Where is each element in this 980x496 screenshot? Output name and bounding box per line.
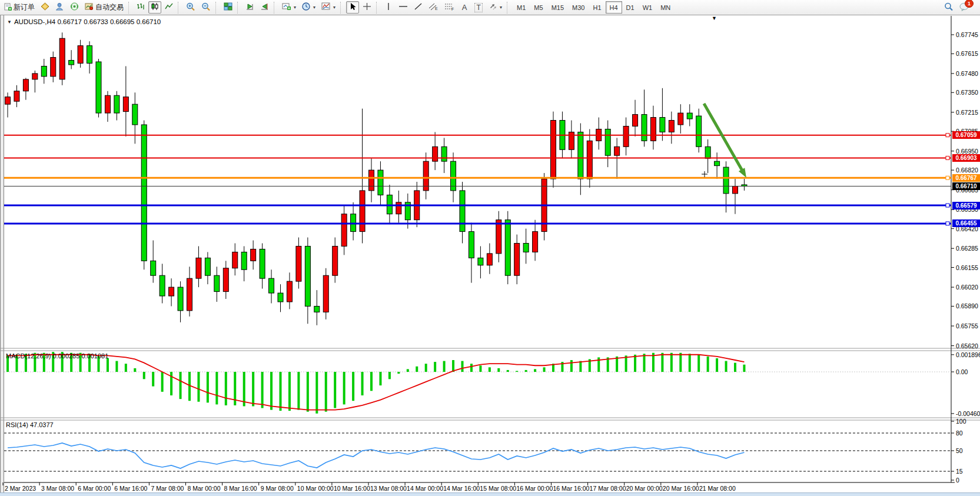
timeframe-button-m30[interactable]: M30 — [568, 1, 589, 14]
current-price-tag: 0.66710 — [952, 182, 980, 190]
toolbar-separator — [376, 2, 380, 14]
signal-icon — [70, 2, 79, 12]
horizontal-line-icon — [398, 2, 408, 12]
price-tick-label: 0.66155 — [956, 264, 978, 271]
timeframe-button-m5[interactable]: M5 — [530, 1, 547, 14]
vertical-line-icon — [386, 2, 391, 12]
community-button[interactable] — [53, 1, 67, 14]
hline-price-tag: 0.66903 — [952, 154, 980, 162]
hline-price-tag: 0.66579 — [952, 202, 980, 209]
price-tick-label: 0.65755 — [956, 322, 978, 329]
timeframe-button-m15[interactable]: M15 — [547, 1, 568, 14]
crosshair-button[interactable] — [360, 1, 374, 14]
timeframe-button-m1[interactable]: M1 — [513, 1, 530, 14]
indicators-icon — [321, 2, 331, 12]
time-axis-label: 9 Mar 08:00 — [261, 485, 294, 492]
auto-scroll-button[interactable] — [243, 1, 257, 14]
line-chart-icon — [165, 2, 173, 12]
time-axis-label: 7 Mar 08:00 — [151, 485, 184, 492]
zoom-out-button[interactable] — [199, 1, 213, 14]
search-button[interactable] — [942, 1, 956, 14]
crosshair-icon — [363, 2, 371, 12]
price-tick-label: 0.67350 — [956, 89, 978, 96]
timeframe-toolbar: M1M5M15M30H1H4D1W1MN — [513, 1, 675, 14]
time-axis-label: 16 Mar 16:00 — [553, 485, 590, 492]
rsi-indicator-label: RSI(14) 47.0377 — [6, 421, 54, 428]
toolbar-separator — [178, 2, 181, 14]
price-tick-label: 0.67215 — [956, 109, 978, 116]
bars-chart-button[interactable] — [134, 1, 147, 14]
auto-scroll-icon — [245, 2, 254, 12]
time-axis-label: 20 Mar 16:00 — [663, 485, 699, 492]
trendline-button[interactable] — [411, 1, 425, 14]
macd-axis-label: -0.004606 — [956, 410, 980, 417]
autotrade-button[interactable]: 自动交易 — [82, 1, 126, 14]
signals-button[interactable] — [68, 1, 81, 14]
time-axis-label: 2 Mar 2023 — [5, 485, 36, 492]
price-tick-label: 0.66020 — [956, 284, 978, 291]
time-axis-label: 17 Mar 08:00 — [590, 485, 626, 492]
text-tool-icon: A — [462, 3, 467, 12]
market-watch-button[interactable] — [38, 1, 52, 14]
rsi-axis-label: 50 — [956, 447, 963, 454]
chevron-down-icon: ▾ — [294, 5, 296, 10]
chart-canvas[interactable] — [0, 0, 980, 496]
chart-title: ▼AUDUSD-,H4 0.66717 0.66733 0.66695 0.66… — [7, 18, 161, 25]
zoom-in-button[interactable] — [184, 1, 198, 14]
channel-button[interactable]: E — [426, 1, 441, 14]
timeframe-button-w1[interactable]: W1 — [639, 1, 657, 14]
zoom-in-icon — [186, 2, 195, 13]
fibonacci-button[interactable]: F — [442, 1, 457, 14]
text-tool-button[interactable]: A — [458, 1, 471, 14]
new-order-label: 新订单 — [14, 2, 35, 12]
vertical-line-button[interactable] — [382, 1, 395, 14]
chevron-down-icon: ▾ — [333, 5, 335, 10]
chat-button[interactable]: 1 — [957, 1, 972, 14]
new-chart-dropdown[interactable]: ▾ — [280, 1, 298, 14]
timeframe-button-h4[interactable]: H4 — [606, 1, 622, 14]
time-axis-label: 21 Mar 08:00 — [699, 485, 736, 492]
arrows-dropdown[interactable]: ▾ — [486, 1, 504, 14]
profiles-clock-dropdown[interactable]: ▾ — [300, 1, 318, 14]
cursor-button[interactable] — [346, 1, 359, 14]
time-axis-label: 15 Mar 08:00 — [480, 485, 516, 492]
time-axis-label: 14 Mar 16:00 — [443, 485, 480, 492]
time-axis-label: 8 Mar 16:00 — [224, 485, 257, 492]
chart-shift-marker[interactable]: ▼ — [712, 15, 717, 21]
tile-windows-button[interactable] — [221, 1, 235, 14]
timeframe-button-d1[interactable]: D1 — [622, 1, 639, 14]
arrow-shapes-icon — [489, 2, 497, 12]
price-tick-label: 0.65890 — [956, 302, 978, 309]
gold-diamond-icon — [41, 2, 49, 12]
new-order-button[interactable]: 新订单 — [2, 1, 37, 14]
fibo-glyph: F — [451, 7, 454, 11]
cursor-arrow-icon — [349, 2, 357, 12]
price-tick-label: 0.65620 — [956, 342, 978, 349]
price-tick-label: 0.66285 — [956, 245, 978, 252]
time-axis-label: 14 Mar 00:00 — [407, 485, 443, 492]
timeframe-button-h1[interactable]: H1 — [589, 1, 605, 14]
collapse-triangle-icon[interactable]: ▼ — [7, 19, 12, 25]
channel-glyph: E — [435, 6, 438, 11]
candlestick-chart-button[interactable] — [148, 1, 161, 14]
toolbar-separator — [507, 2, 510, 14]
text-label-button[interactable]: T — [472, 1, 485, 14]
price-tick-label: 0.67615 — [956, 50, 978, 57]
time-axis-label: 6 Mar 16:00 — [114, 485, 147, 492]
chat-unread-badge: 1 — [965, 0, 974, 8]
line-chart-button[interactable] — [162, 1, 175, 14]
toolbar-separator — [128, 2, 132, 14]
rsi-axis-label: 80 — [956, 430, 963, 437]
indicators-dropdown[interactable]: ▾ — [319, 1, 338, 14]
autotrade-icon — [85, 2, 94, 12]
timeframe-button-mn[interactable]: MN — [656, 1, 675, 14]
chart-title-text: AUDUSD-,H4 0.66717 0.66733 0.66695 0.667… — [14, 18, 161, 25]
time-axis-label: 3 Mar 08:00 — [41, 485, 74, 492]
candlestick-chart-icon — [151, 2, 159, 12]
toolbar-separator — [274, 2, 277, 14]
rsi-axis-label: 0 — [956, 477, 959, 484]
chart-shift-button[interactable] — [258, 1, 271, 14]
rsi-axis-label: 100 — [956, 418, 966, 425]
horizontal-line-button[interactable] — [396, 1, 410, 14]
fibonacci-icon: F — [444, 2, 454, 12]
